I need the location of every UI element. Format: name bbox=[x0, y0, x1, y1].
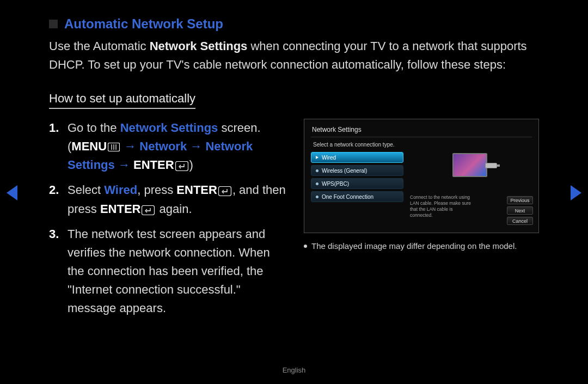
right-column: Network Settings Select a network connec… bbox=[304, 119, 539, 324]
arrow-icon: → bbox=[190, 139, 205, 153]
option-wired[interactable]: Wired bbox=[311, 152, 403, 163]
option-label: Wireless (General) bbox=[322, 168, 367, 174]
arrow-icon: → bbox=[124, 139, 139, 153]
step2-a: Select bbox=[68, 183, 104, 197]
path-network: Network bbox=[139, 139, 187, 153]
step2-enter2: ENTER bbox=[100, 202, 141, 216]
svg-rect-5 bbox=[218, 187, 231, 196]
previous-button[interactable]: Previous bbox=[507, 196, 533, 204]
footer-language: English bbox=[0, 366, 588, 374]
lan-plug-icon bbox=[485, 163, 497, 168]
step-1: Go to the Network Settings screen. (MENU… bbox=[49, 119, 290, 174]
content-columns: Go to the Network Settings screen. (MENU… bbox=[49, 119, 539, 324]
arrow-icon: → bbox=[118, 158, 133, 172]
window-buttons: Previous Next Cancel bbox=[507, 196, 533, 225]
dot-icon bbox=[316, 182, 318, 185]
step2-b: , press bbox=[137, 183, 176, 197]
manual-page: Automatic Network Setup Use the Automati… bbox=[0, 0, 588, 384]
page-title: Automatic Network Setup bbox=[64, 16, 223, 32]
intro-paragraph: Use the Automatic Network Settings when … bbox=[49, 37, 539, 74]
step-2: Select Wired, press ENTER, and then pres… bbox=[49, 181, 290, 218]
section-bullet-icon bbox=[49, 20, 58, 28]
svg-rect-4 bbox=[175, 162, 188, 171]
step2-wired: Wired bbox=[104, 183, 137, 197]
connection-options: Wired Wireless (General) WPS(PBC) One Fo… bbox=[311, 152, 403, 202]
steps-list: Go to the Network Settings screen. (MENU… bbox=[49, 119, 290, 318]
enter-icon bbox=[142, 205, 155, 215]
next-button[interactable]: Next bbox=[507, 206, 533, 215]
steps-column: Go to the Network Settings screen. (MENU… bbox=[49, 119, 290, 324]
enter-icon bbox=[175, 161, 188, 171]
option-onefoot[interactable]: One Foot Connection bbox=[311, 191, 403, 202]
cancel-button[interactable]: Cancel bbox=[507, 217, 533, 225]
svg-rect-6 bbox=[142, 205, 155, 215]
network-settings-window: Network Settings Select a network connec… bbox=[304, 119, 539, 233]
option-label: WPS(PBC) bbox=[322, 181, 349, 187]
subheading: How to set up automatically bbox=[49, 92, 195, 109]
step2-enter1: ENTER bbox=[176, 183, 217, 197]
option-label: Wired bbox=[322, 155, 336, 161]
menu-icon bbox=[108, 143, 120, 151]
option-wps[interactable]: WPS(PBC) bbox=[311, 178, 403, 189]
step1-text-a: Go to the bbox=[68, 121, 120, 135]
nav-next-icon[interactable] bbox=[571, 185, 581, 200]
enter-icon bbox=[218, 186, 231, 196]
window-instruction: Select a network connection type. bbox=[313, 142, 530, 148]
window-tip: Connect to the network using LAN cable. … bbox=[410, 194, 475, 218]
menu-label: MENU bbox=[71, 139, 107, 153]
option-wireless[interactable]: Wireless (General) bbox=[311, 165, 403, 176]
enter-label: ENTER bbox=[133, 158, 174, 172]
title-row: Automatic Network Setup bbox=[49, 16, 539, 32]
play-icon bbox=[316, 156, 318, 159]
intro-bold: Network Settings bbox=[150, 39, 248, 53]
step2-d: again. bbox=[156, 202, 192, 216]
note-row: The displayed image may differ depending… bbox=[304, 241, 539, 252]
window-title: Network Settings bbox=[311, 125, 532, 137]
step1-link: Network Settings bbox=[120, 121, 218, 135]
bullet-icon bbox=[304, 245, 307, 248]
dot-icon bbox=[316, 196, 318, 198]
dot-icon bbox=[316, 169, 318, 172]
tv-icon bbox=[452, 153, 487, 177]
note-text: The displayed image may differ depending… bbox=[311, 241, 517, 252]
option-label: One Foot Connection bbox=[322, 194, 373, 200]
intro-pre: Use the Automatic bbox=[49, 39, 150, 53]
step-3: The network test screen appears and veri… bbox=[49, 225, 290, 318]
step1-text-c: screen. bbox=[218, 121, 260, 135]
nav-prev-icon[interactable] bbox=[7, 185, 17, 200]
